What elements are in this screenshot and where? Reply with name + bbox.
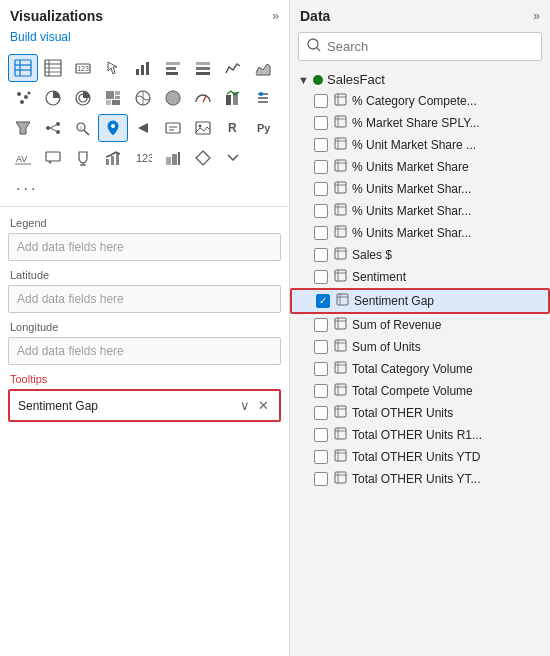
area-chart-icon[interactable] [248,54,278,82]
salesfact-label: SalesFact [327,72,385,87]
tree-item[interactable]: Total Compete Volume [290,380,550,402]
table-icon[interactable] [8,54,38,82]
gauge-icon[interactable] [188,84,218,112]
tree-item[interactable]: Total OTHER Units [290,402,550,424]
field-type-icon [334,115,347,131]
decomp-icon[interactable] [38,114,68,142]
field-type-icon [334,159,347,175]
tree-item[interactable]: Total OTHER Units R1... [290,424,550,446]
selected-map-icon[interactable] [98,114,128,142]
tree-item-checkbox[interactable] [314,204,328,218]
tree-item[interactable]: Sum of Revenue [290,314,550,336]
legend-dropzone[interactable]: Add data fields here [8,233,281,261]
matrix-icon[interactable] [38,54,68,82]
legend-group: Legend Add data fields here [0,213,289,261]
tree-root-salesfact[interactable]: ▼ SalesFact [290,69,550,90]
data-expand-icon[interactable]: » [533,9,540,23]
root-chevron-icon: ▼ [298,74,310,86]
tree-item-checkbox[interactable] [314,270,328,284]
tree-item[interactable]: % Units Market Shar... [290,200,550,222]
treemap-icon[interactable] [98,84,128,112]
tree-item[interactable]: Sum of Units [290,336,550,358]
tree-item-checkbox[interactable] [314,406,328,420]
python-icon[interactable]: Py [248,114,278,142]
tree-item-checkbox[interactable] [314,472,328,486]
ai-icon[interactable]: AV [8,144,38,172]
svg-rect-12 [141,65,144,75]
tree-item[interactable]: Sentiment [290,266,550,288]
tree-item[interactable]: % Unit Market Share ... [290,134,550,156]
textbox-icon[interactable] [158,114,188,142]
svg-rect-84 [335,160,346,171]
tree-item[interactable]: % Category Compete... [290,90,550,112]
stacked-bar-icon[interactable] [158,54,188,82]
kpi-icon[interactable] [218,84,248,112]
tooltips-remove-icon[interactable]: ✕ [256,397,271,414]
key-inf-icon[interactable]: i [68,114,98,142]
search-input[interactable] [327,39,533,54]
trophy-icon[interactable] [68,144,98,172]
tree-item-checkbox[interactable] [314,138,328,152]
tree-item-checkbox[interactable] [314,160,328,174]
tree-item[interactable]: % Units Market Shar... [290,178,550,200]
pointer-icon[interactable] [98,54,128,82]
tree-item-checkbox[interactable] [314,362,328,376]
tree-item-checkbox[interactable] [314,248,328,262]
viz-expand-icon[interactable]: » [272,9,279,23]
image-icon[interactable] [188,114,218,142]
tree-item[interactable]: Sales $ [290,244,550,266]
custom2-icon[interactable] [158,144,188,172]
pie-icon[interactable] [38,84,68,112]
field-type-icon [334,427,347,443]
scatter-icon[interactable] [8,84,38,112]
tree-item-label: Total OTHER Units [352,406,453,420]
latitude-dropzone[interactable]: Add data fields here [8,285,281,313]
longitude-dropzone[interactable]: Add data fields here [8,337,281,365]
more-icons-dots[interactable]: ... [8,174,281,198]
diamond-icon[interactable] [188,144,218,172]
tree-item-checkbox[interactable] [314,116,328,130]
tree-item-checkbox[interactable] [314,384,328,398]
line-chart-icon[interactable] [218,54,248,82]
tooltips-dropzone[interactable]: Sentiment Gap ∨ ✕ [8,389,281,422]
num-icon[interactable]: 123 [128,144,158,172]
tree-item-checkbox[interactable] [314,428,328,442]
tree-item-checkbox[interactable]: ✓ [316,294,330,308]
svg-rect-29 [115,96,120,99]
funnel-icon[interactable] [8,114,38,142]
tree-item[interactable]: % Market Share SPLY... [290,112,550,134]
tooltips-chevron-icon[interactable]: ∨ [238,397,252,414]
svg-point-43 [56,122,60,126]
tree-item-checkbox[interactable] [314,450,328,464]
filled-map-icon[interactable] [158,84,188,112]
card-icon[interactable]: 123 [68,54,98,82]
slicer-icon[interactable] [248,84,278,112]
tree-item[interactable]: Total OTHER Units YT... [290,468,550,490]
tree-item[interactable]: % Units Market Share [290,156,550,178]
line-bar-icon[interactable] [98,144,128,172]
tree-item[interactable]: Total OTHER Units YTD [290,446,550,468]
svg-rect-19 [196,72,210,75]
tree-item[interactable]: ✓Sentiment Gap [290,288,550,314]
tree-item-label: % Category Compete... [352,94,477,108]
tree-item-checkbox[interactable] [314,340,328,354]
tree-item-checkbox[interactable] [314,182,328,196]
narr-icon[interactable] [38,144,68,172]
tree-item-label: % Units Market Shar... [352,204,471,218]
left-panel: Visualizations » Build visual 123 [0,0,290,656]
field-type-icon [334,405,347,421]
r-visual-icon[interactable]: R [218,114,248,142]
arrow-icon[interactable] [128,114,158,142]
tree-item-checkbox[interactable] [314,94,328,108]
bar-chart-icon[interactable] [128,54,158,82]
tree-item-checkbox[interactable] [314,226,328,240]
100pct-bar-icon[interactable] [188,54,218,82]
tree-item[interactable]: Total Category Volume [290,358,550,380]
chevrons-icon[interactable] [218,144,248,172]
svg-point-50 [111,124,115,128]
tree-item-checkbox[interactable] [314,318,328,332]
tree-item[interactable]: % Units Market Shar... [290,222,550,244]
svg-line-46 [50,128,56,131]
donut-icon[interactable] [68,84,98,112]
map-icon[interactable] [128,84,158,112]
